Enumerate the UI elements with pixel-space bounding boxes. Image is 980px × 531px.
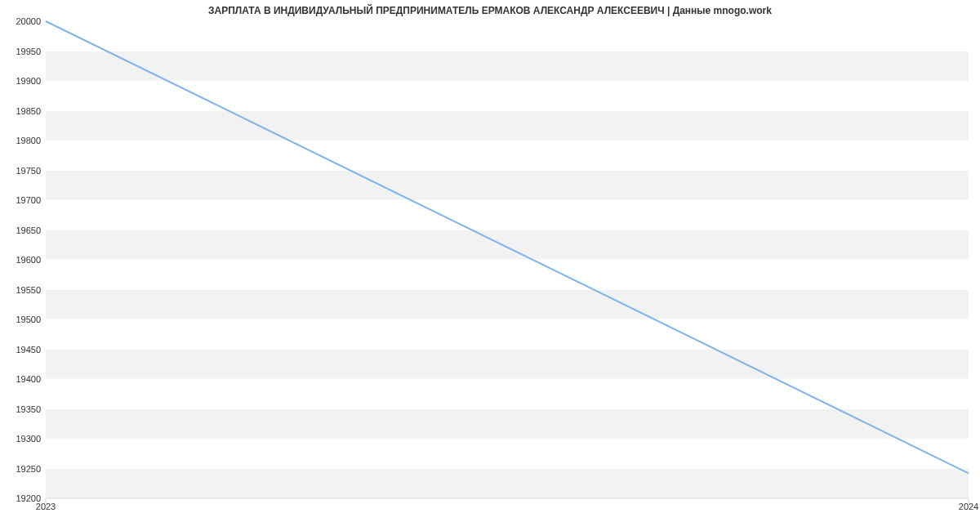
y-tick-label: 19450: [16, 345, 41, 355]
y-tick-label: 19250: [16, 464, 41, 474]
plot-area: [46, 21, 969, 498]
y-tick-label: 19850: [16, 106, 41, 116]
chart-container: ЗАРПЛАТА В ИНДИВИДУАЛЬНЫЙ ПРЕДПРИНИМАТЕЛ…: [0, 0, 980, 531]
svg-rect-0: [46, 469, 969, 499]
y-tick-label: 19550: [16, 285, 41, 295]
svg-rect-1: [46, 409, 969, 440]
y-tick-label: 20000: [16, 16, 41, 26]
y-tick-label: 19750: [16, 166, 41, 176]
chart-title: ЗАРПЛАТА В ИНДИВИДУАЛЬНЫЙ ПРЕДПРИНИМАТЕЛ…: [0, 5, 980, 16]
svg-rect-4: [46, 230, 969, 261]
y-tick-label: 19300: [16, 434, 41, 444]
y-tick-label: 19700: [16, 195, 41, 205]
y-tick-label: 19950: [16, 47, 41, 56]
svg-rect-5: [46, 171, 969, 201]
svg-rect-3: [46, 290, 969, 320]
plot-svg: [46, 21, 969, 498]
y-tick-label: 19800: [16, 136, 41, 145]
y-tick-label: 19900: [16, 76, 41, 86]
svg-rect-7: [46, 51, 969, 82]
y-tick-label: 19650: [16, 225, 41, 235]
y-tick-label: 19600: [16, 255, 41, 265]
y-tick-label: 19400: [16, 374, 41, 384]
y-tick-label: 19350: [16, 404, 41, 414]
svg-rect-6: [46, 111, 969, 141]
y-tick-label: 19500: [16, 315, 41, 324]
svg-rect-2: [46, 350, 969, 380]
